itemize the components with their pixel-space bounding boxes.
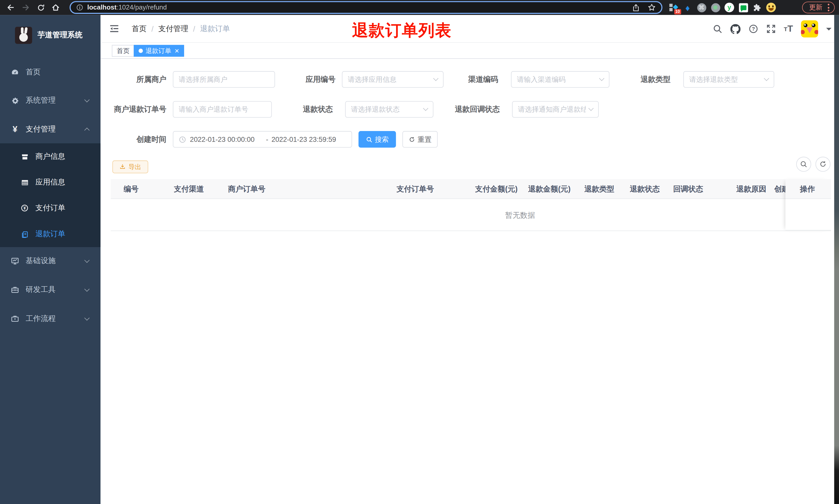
sidebar-item-pay[interactable]: ¥ 支付管理 xyxy=(0,116,101,143)
merchant-refund-no-input-wrap[interactable] xyxy=(173,101,272,118)
breadcrumb-pay[interactable]: 支付管理 xyxy=(158,24,188,34)
sidebar-logo[interactable]: 芋道管理系统 xyxy=(0,20,101,50)
download-icon xyxy=(119,164,126,170)
col-refund-status: 退款状态 xyxy=(630,179,660,199)
search-icon xyxy=(366,136,372,143)
date-start[interactable]: 2022-01-23 00:00:00 xyxy=(190,136,263,143)
toggle-search-button[interactable] xyxy=(796,157,811,172)
refresh-list-button[interactable] xyxy=(816,157,831,172)
refund-type-select[interactable]: 请选择退款类型 xyxy=(683,71,774,88)
info-icon[interactable] xyxy=(76,4,84,11)
navbar-actions: ? TT xyxy=(713,15,832,43)
extensions-puzzle-icon[interactable] xyxy=(750,1,764,14)
back-icon[interactable] xyxy=(3,1,18,14)
extension-command-icon[interactable]: ⌘ xyxy=(695,1,709,14)
filter-label-refund-status: 退款状态 xyxy=(268,101,333,118)
chevron-down-icon xyxy=(764,76,769,81)
top-navbar: 首页 / 支付管理 / 退款订单 ? TT xyxy=(101,15,839,43)
chevron-down-icon xyxy=(84,258,90,263)
reload-icon[interactable] xyxy=(33,1,48,14)
breadcrumb: 首页 / 支付管理 / 退款订单 xyxy=(131,15,230,43)
extensions-row: 10 ♦ ⌘ y xyxy=(667,0,778,15)
sidebar-item-merchant-info[interactable]: 商户信息 xyxy=(0,144,101,169)
monitor-icon xyxy=(11,257,19,265)
github-icon[interactable] xyxy=(730,24,740,34)
col-merchant-order-no: 商户订单号 xyxy=(228,179,265,199)
share-icon[interactable] xyxy=(632,4,640,12)
merchant-input[interactable] xyxy=(179,75,269,84)
browser-update-menu[interactable]: 更新 xyxy=(802,2,835,13)
chevron-down-icon xyxy=(84,315,90,321)
svg-text:¥: ¥ xyxy=(23,206,26,211)
breadcrumb-current: 退款订单 xyxy=(200,24,230,34)
browser-window: localhost:1024/pay/refund 10 ♦ ⌘ y 更新 xyxy=(0,0,839,504)
merchant-refund-no-input[interactable] xyxy=(179,105,266,113)
empty-placeholder: 暂无数据 xyxy=(505,199,535,231)
sidebar-item-dev-tools[interactable]: 研发工具 xyxy=(0,276,101,303)
notify-status-select[interactable]: 请选择通知商户退款结果的 xyxy=(512,101,599,118)
reset-button[interactable]: 重置 xyxy=(403,131,438,147)
yen-icon: ¥ xyxy=(11,125,19,133)
url-path: :1024/pay/refund xyxy=(117,4,167,11)
filter-label-create-time: 创建时间 xyxy=(101,131,167,147)
sidebar-item-refund-order[interactable]: 退款订单 xyxy=(0,221,101,247)
extension-chat-icon[interactable] xyxy=(736,1,750,14)
help-icon[interactable]: ? xyxy=(749,24,758,34)
sidebar-item-pay-order[interactable]: ¥ 支付订单 xyxy=(0,195,101,221)
sidebar-item-system[interactable]: 系统管理 xyxy=(0,87,101,114)
sidebar-item-home[interactable]: 首页 xyxy=(0,59,101,86)
url-bar[interactable]: localhost:1024/pay/refund xyxy=(70,1,662,14)
extension-record-icon[interactable] xyxy=(709,1,722,14)
col-pay-order-no: 支付订单号 xyxy=(397,179,434,199)
extension-y-icon[interactable]: y xyxy=(722,1,736,14)
url-host: localhost xyxy=(87,4,117,11)
col-refund-reason: 退款原因 xyxy=(736,179,766,199)
home-icon[interactable] xyxy=(48,1,63,14)
profile-avatar-icon[interactable] xyxy=(764,1,778,14)
sidebar-item-workflow[interactable]: 工作流程 xyxy=(0,305,101,332)
user-avatar[interactable] xyxy=(801,20,818,37)
close-icon[interactable]: ✕ xyxy=(174,48,179,54)
filter-label-refund-type: 退款类型 xyxy=(595,71,671,88)
date-end[interactable]: 2022-01-23 23:59:59 xyxy=(271,136,344,143)
active-dot-icon xyxy=(139,49,143,53)
chevron-down-icon xyxy=(84,97,90,103)
update-label[interactable]: 更新 xyxy=(809,3,822,12)
tab-home[interactable]: 首页 xyxy=(112,45,134,57)
search-button[interactable]: 搜索 xyxy=(358,131,396,147)
filter-label-channel: 渠道编码 xyxy=(423,71,498,88)
sidebar-item-infra[interactable]: 基础设施 xyxy=(0,248,101,274)
document-icon xyxy=(20,230,29,238)
col-pay-channel: 支付渠道 xyxy=(174,179,204,199)
export-button[interactable]: 导出 xyxy=(112,160,148,173)
channel-select[interactable]: 请输入渠道编码 xyxy=(511,71,609,88)
gear-icon xyxy=(11,96,19,105)
fullscreen-icon[interactable] xyxy=(766,24,775,34)
col-notify-status: 回调状态 xyxy=(673,179,703,199)
font-size-icon[interactable]: TT xyxy=(784,23,793,34)
grid-icon xyxy=(20,178,29,186)
filter-label-app: 应用编号 xyxy=(268,71,336,88)
kebab-menu-icon[interactable] xyxy=(828,4,829,11)
search-icon[interactable] xyxy=(713,24,722,34)
tab-refund-order[interactable]: 退款订单 ✕ xyxy=(133,45,184,57)
date-range-picker[interactable]: 2022-01-23 00:00:00 - 2022-01-23 23:59:5… xyxy=(173,131,352,147)
forward-icon[interactable] xyxy=(18,1,33,14)
extension-badge: 10 xyxy=(674,9,681,14)
tags-view-bar: 首页 退款订单 ✕ xyxy=(101,43,839,59)
sidebar-item-app-info[interactable]: 应用信息 xyxy=(0,169,101,195)
col-refund-type: 退款类型 xyxy=(584,179,614,199)
bookmark-star-icon[interactable] xyxy=(647,3,656,12)
breadcrumb-home[interactable]: 首页 xyxy=(131,24,146,34)
page-scrollbar[interactable] xyxy=(834,15,839,504)
yen-circle-icon: ¥ xyxy=(20,204,29,212)
main-area: 首页 / 支付管理 / 退款订单 ? TT xyxy=(101,15,839,504)
refresh-icon xyxy=(408,136,415,143)
collapse-sidebar-icon[interactable] xyxy=(109,23,119,36)
merchant-select[interactable] xyxy=(173,71,275,88)
extension-tiles-icon[interactable]: 10 xyxy=(667,1,681,14)
caret-down-icon[interactable] xyxy=(826,28,832,33)
refresh-icon xyxy=(819,160,827,168)
extension-gem-icon[interactable]: ♦ xyxy=(681,1,695,14)
filter-label-notify-status: 退款回调状态 xyxy=(411,101,500,118)
